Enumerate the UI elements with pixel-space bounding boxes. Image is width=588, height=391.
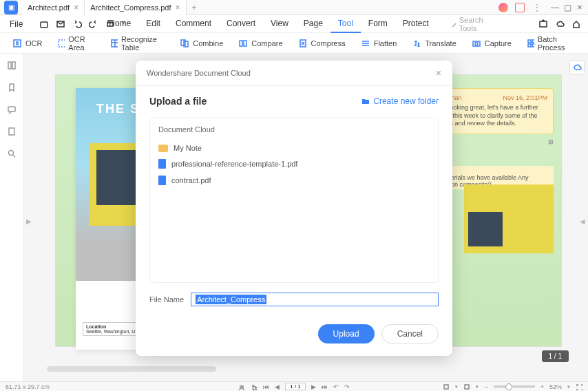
- translate-icon: [412, 39, 421, 48]
- nav-back-icon[interactable]: ↶: [333, 383, 339, 390]
- redo-icon[interactable]: [89, 19, 98, 29]
- zoom-out-button[interactable]: −: [484, 383, 487, 390]
- menu-comment[interactable]: Comment: [168, 15, 219, 33]
- svg-rect-16: [532, 40, 534, 43]
- mail-icon[interactable]: [56, 19, 65, 29]
- avatar[interactable]: [498, 3, 508, 12]
- close-icon[interactable]: ×: [436, 67, 441, 78]
- ocr-icon: [12, 39, 22, 48]
- first-page-icon[interactable]: ⏮: [263, 383, 269, 390]
- zoom-value: 52%: [549, 383, 562, 390]
- undo-icon[interactable]: [72, 19, 82, 29]
- flatten-icon: [361, 39, 370, 48]
- tool-batch[interactable]: Batch Process: [521, 33, 581, 54]
- svg-rect-17: [528, 44, 531, 47]
- menu-home[interactable]: Home: [101, 15, 138, 33]
- zoom-slider[interactable]: [494, 385, 535, 388]
- notification-icon[interactable]: [515, 3, 525, 12]
- cloud-icon[interactable]: [555, 19, 565, 29]
- close-icon[interactable]: ×: [176, 3, 180, 12]
- tool-ocr-area[interactable]: OCR Area: [52, 33, 101, 54]
- view-mode-icon[interactable]: [463, 383, 470, 390]
- list-item[interactable]: My Note: [158, 140, 430, 156]
- filename-input[interactable]: Architect_Compress: [191, 293, 439, 306]
- file-menu[interactable]: File: [7, 19, 25, 29]
- statusbar: 61.71 x 29.7 cm ⏮ ◀ ▶ ⏭ ↶ ↷ ▾ ▾ − + 52%▾: [0, 381, 588, 391]
- hand-tool-icon[interactable]: [238, 383, 245, 390]
- tab-label: Architect_Compress.pdf: [90, 3, 171, 12]
- nav-forward-icon[interactable]: ↷: [344, 383, 350, 390]
- capture-icon: [472, 39, 481, 48]
- search-tools[interactable]: Search Tools: [450, 15, 487, 33]
- menu-form[interactable]: Form: [361, 15, 395, 33]
- file-icon: [158, 159, 166, 169]
- open-icon[interactable]: [39, 19, 49, 29]
- tool-recognize-table[interactable]: Recognize Table: [105, 33, 170, 54]
- upload-button[interactable]: Upload: [318, 324, 375, 344]
- dimensions-label: 61.71 x 29.7 cm: [6, 383, 50, 390]
- svg-rect-18: [532, 44, 534, 47]
- more-icon[interactable]: ⋮: [533, 3, 541, 12]
- add-tab-button[interactable]: +: [187, 3, 202, 12]
- upload-dialog: Wondershare Document Cloud × Upload a fi…: [136, 61, 452, 356]
- dialog-overlay: Wondershare Document Cloud × Upload a fi…: [0, 54, 588, 381]
- svg-rect-10: [240, 41, 242, 46]
- svg-rect-25: [465, 385, 469, 389]
- home-icon[interactable]: [571, 19, 581, 29]
- compare-icon: [238, 39, 248, 48]
- menu-page[interactable]: Page: [296, 15, 330, 33]
- list-item[interactable]: contract.pdf: [158, 172, 430, 189]
- tool-combine[interactable]: Combine: [174, 36, 229, 50]
- folder-icon: [158, 145, 168, 152]
- toolbar: OCR OCR Area Recognize Table Combine Com…: [0, 33, 588, 54]
- close-icon[interactable]: ×: [74, 3, 78, 12]
- new-folder-icon: [361, 96, 370, 106]
- list-item[interactable]: professional-reference-template-1.pdf: [158, 156, 430, 172]
- menu-protect[interactable]: Protect: [395, 15, 437, 33]
- svg-rect-4: [540, 21, 547, 27]
- folder-browser: Document Cloud My Note professional-refe…: [149, 118, 439, 283]
- cancel-button[interactable]: Cancel: [381, 324, 439, 344]
- compress-icon: [298, 39, 308, 48]
- tool-translate[interactable]: Translate: [406, 36, 461, 50]
- main-menu: Home Edit Comment Convert View Page Tool…: [101, 15, 486, 33]
- close-window-button[interactable]: ×: [574, 2, 585, 13]
- menubar: File ▾ Home Edit Comment Convert View Pa…: [0, 15, 588, 33]
- file-icon: [158, 176, 166, 185]
- tool-compare[interactable]: Compare: [233, 36, 288, 50]
- prev-page-icon[interactable]: ◀: [275, 383, 280, 390]
- tab-1[interactable]: Architect_Compress.pdf ×: [85, 0, 186, 15]
- breadcrumb[interactable]: Document Cloud: [158, 125, 430, 134]
- zoom-in-button[interactable]: +: [540, 383, 544, 390]
- svg-rect-9: [184, 41, 188, 47]
- tab-label: Architect.pdf: [28, 3, 70, 12]
- ocr-area-icon: [57, 39, 65, 48]
- fullscreen-icon[interactable]: [576, 383, 582, 390]
- tool-ocr[interactable]: OCR: [7, 36, 48, 50]
- fit-page-icon[interactable]: [443, 383, 450, 390]
- maximize-button[interactable]: ▢: [562, 2, 573, 13]
- tab-0[interactable]: Architect.pdf ×: [22, 0, 85, 15]
- next-page-icon[interactable]: ▶: [311, 383, 316, 390]
- svg-rect-11: [244, 41, 246, 46]
- last-page-icon[interactable]: ⏭: [322, 383, 328, 390]
- menu-view[interactable]: View: [263, 15, 296, 33]
- app-icon: ▣: [4, 1, 18, 14]
- table-icon: [110, 39, 118, 48]
- menu-tool[interactable]: Tool: [330, 15, 361, 33]
- page-input[interactable]: [285, 383, 306, 390]
- menu-convert[interactable]: Convert: [219, 15, 263, 33]
- svg-rect-24: [444, 385, 448, 389]
- dialog-header: Wondershare Document Cloud ×: [136, 61, 452, 86]
- tool-capture[interactable]: Capture: [466, 36, 517, 50]
- minimize-button[interactable]: —: [549, 2, 560, 13]
- create-folder-button[interactable]: Create new folder: [361, 96, 439, 106]
- tool-flatten[interactable]: Flatten: [355, 36, 403, 50]
- tool-compress[interactable]: Compress: [293, 36, 351, 50]
- svg-rect-0: [41, 22, 48, 28]
- select-tool-icon[interactable]: [251, 383, 258, 390]
- svg-rect-8: [181, 40, 185, 45]
- share-icon[interactable]: [538, 19, 548, 29]
- menu-edit[interactable]: Edit: [138, 15, 168, 33]
- batch-icon: [527, 39, 534, 48]
